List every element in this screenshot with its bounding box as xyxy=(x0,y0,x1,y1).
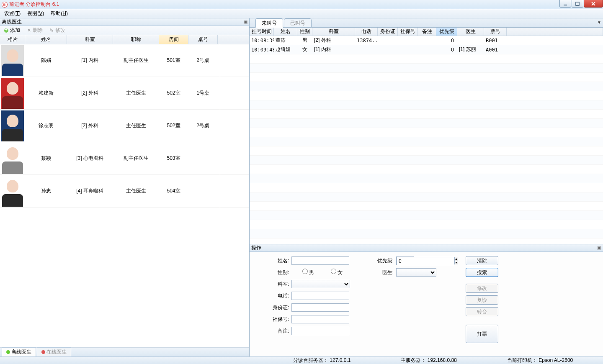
doctor-row[interactable]: 赖建新 [2] 外科 主任医生 502室 1号桌 xyxy=(0,77,249,110)
status-main: 主服务器： 192.168.0.88 xyxy=(401,357,456,364)
doctor-table xyxy=(188,142,218,174)
col-dept[interactable]: 科室 xyxy=(67,35,113,44)
label-name: 姓名: xyxy=(266,257,289,264)
doctor-photo xyxy=(1,45,24,76)
doctor-room: 502室 xyxy=(159,77,188,109)
col-room[interactable]: 房间 xyxy=(159,35,188,44)
svg-rect-1 xyxy=(576,2,579,5)
spin-up-icon[interactable]: ▲ xyxy=(455,257,458,261)
doctor-dept: [4] 耳鼻喉科 xyxy=(67,175,113,207)
doctor-title: 副主任医生 xyxy=(113,44,159,77)
label-ss: 社保号: xyxy=(266,316,289,323)
status-dot-icon xyxy=(41,350,45,354)
delete-doctor-button[interactable]: 删除 xyxy=(24,26,44,34)
maximize-button[interactable] xyxy=(572,0,583,8)
qcol-time[interactable]: 挂号时间 xyxy=(250,28,274,36)
label-priority: 优先级: xyxy=(371,257,394,264)
qcol-tel[interactable]: 电话 xyxy=(355,28,378,36)
label-dept: 科室: xyxy=(266,281,289,288)
op-title: 操作 xyxy=(251,244,261,251)
radio-male[interactable]: 男 xyxy=(291,269,314,276)
modify-button[interactable]: 修改 xyxy=(466,284,498,293)
tab-online-doctors[interactable]: 在线医生 xyxy=(37,347,71,356)
radio-female[interactable]: 女 xyxy=(320,269,343,276)
close-button[interactable] xyxy=(584,0,603,8)
qcol-name[interactable]: 姓名 xyxy=(274,28,297,36)
ss-field[interactable] xyxy=(291,315,349,323)
menu-help[interactable]: 帮助(H) xyxy=(51,10,68,17)
pin-icon[interactable]: ▣ xyxy=(243,19,247,25)
doctor-name: 陈娟 xyxy=(25,44,67,77)
priority-stepper[interactable]: ▲▼ xyxy=(396,256,414,265)
doctor-toolbar: 添加 删除 修改 xyxy=(0,26,249,35)
doctor-dept: [3] 心电图科 xyxy=(67,142,113,174)
menu-settings[interactable]: 设置(T) xyxy=(4,10,21,17)
queue-row[interactable]: 10:08:39 董涛 男 [2] 外科 13874... 0 B001 xyxy=(250,36,603,45)
queue-table-header: 挂号时间 姓名 性别 科室 电话 身份证 社保号 备注 优先级 医生 票号 xyxy=(250,28,603,36)
label-sex: 性别: xyxy=(266,269,289,276)
doctor-photo xyxy=(1,78,24,109)
doctor-dept: [2] 外科 xyxy=(67,110,113,142)
col-photo[interactable]: 相片 xyxy=(0,35,25,44)
status-dot-icon xyxy=(6,350,10,354)
queue-row[interactable]: 10:09:48 赵绮媚 女 [1] 内科 0 [1] 苏丽 A001 xyxy=(250,45,603,54)
col-table[interactable]: 桌号 xyxy=(188,35,218,44)
doctor-photo xyxy=(1,143,24,174)
qcol-doctor[interactable]: 医生 xyxy=(457,28,484,36)
label-note: 备注: xyxy=(266,328,289,335)
tab-uncalled[interactable]: 未叫号 xyxy=(255,18,283,28)
col-name[interactable]: 姓名 xyxy=(25,35,67,44)
doctor-row[interactable]: 孙忠 [4] 耳鼻喉科 主任医生 504室 xyxy=(0,175,249,208)
doctor-table: 2号桌 xyxy=(188,110,218,142)
doctor-room: 502室 xyxy=(159,110,188,142)
operation-panel: 操作 ▣ 姓名: 性别: 男 女 科室: 电话: 身份证: 社保号: xyxy=(250,244,603,356)
doctor-row[interactable]: 徐志明 [2] 外科 主任医生 502室 2号桌 xyxy=(0,110,249,142)
revisit-button[interactable]: 复诊 xyxy=(466,295,498,305)
id-field[interactable] xyxy=(291,303,349,312)
clear-button[interactable]: 清除 xyxy=(466,256,498,265)
add-doctor-button[interactable]: 添加 xyxy=(2,26,22,34)
tab-dropdown-icon[interactable]: ▼ xyxy=(597,20,601,25)
qcol-id[interactable]: 身份证 xyxy=(378,28,398,36)
pin-icon[interactable]: ▣ xyxy=(597,245,601,251)
qcol-dept[interactable]: 科室 xyxy=(312,28,355,36)
edit-doctor-button[interactable]: 修改 xyxy=(47,26,67,34)
name-field[interactable] xyxy=(291,256,349,265)
doctor-table-body: 陈娟 [1] 内科 副主任医生 501室 2号桌 赖建新 [2] 外科 主任医生… xyxy=(0,44,249,347)
qcol-sex[interactable]: 性别 xyxy=(297,28,312,36)
tab-called[interactable]: 已叫号 xyxy=(284,18,312,28)
doctor-select[interactable] xyxy=(396,268,436,277)
label-id: 身份证: xyxy=(266,304,289,311)
doctor-photo xyxy=(1,176,24,207)
doctor-table xyxy=(188,175,218,207)
qcol-priority[interactable]: 优先级 xyxy=(436,28,457,36)
queue-panel: 未叫号 已叫号 ▼ 挂号时间 姓名 性别 科室 电话 身份证 社保号 备注 优先… xyxy=(250,18,603,244)
menu-view[interactable]: 视图(V) xyxy=(27,10,44,17)
dept-select[interactable] xyxy=(291,280,350,288)
label-tel: 电话: xyxy=(266,292,289,300)
qcol-ticket[interactable]: 票号 xyxy=(484,28,507,36)
doctor-row[interactable]: 蔡颖 [3] 心电图科 副主任医生 503室 xyxy=(0,142,249,175)
transfer-button[interactable]: 转台 xyxy=(466,307,498,316)
qcol-ss[interactable]: 社保号 xyxy=(398,28,418,36)
edit-icon xyxy=(49,28,54,33)
left-pane-header: 离线医生 ▣ xyxy=(0,18,249,26)
status-printer: 当前打印机： Epson AL-2600 xyxy=(507,357,573,364)
print-ticket-button[interactable]: 打票 xyxy=(466,325,498,343)
doctor-room: 504室 xyxy=(159,175,188,207)
doctor-photo xyxy=(1,110,24,141)
status-bar: 分诊台服务器： 127.0.0.1 主服务器： 192.168.0.88 当前打… xyxy=(0,356,603,364)
minimize-button[interactable] xyxy=(559,0,571,8)
qcol-note[interactable]: 备注 xyxy=(418,28,436,36)
note-field[interactable] xyxy=(291,327,349,335)
spin-down-icon[interactable]: ▼ xyxy=(455,261,458,264)
doctor-title: 主任医生 xyxy=(113,77,159,109)
doctor-table: 2号桌 xyxy=(188,44,218,77)
search-button[interactable]: 搜索 xyxy=(466,268,498,277)
doctor-room: 501室 xyxy=(159,44,188,77)
col-title[interactable]: 职称 xyxy=(113,35,159,44)
tab-offline-doctors[interactable]: 离线医生 xyxy=(2,347,36,356)
queue-tabs: 未叫号 已叫号 ▼ xyxy=(250,18,603,28)
tel-field[interactable] xyxy=(291,292,349,300)
doctor-row[interactable]: 陈娟 [1] 内科 副主任医生 501室 2号桌 xyxy=(0,44,249,77)
